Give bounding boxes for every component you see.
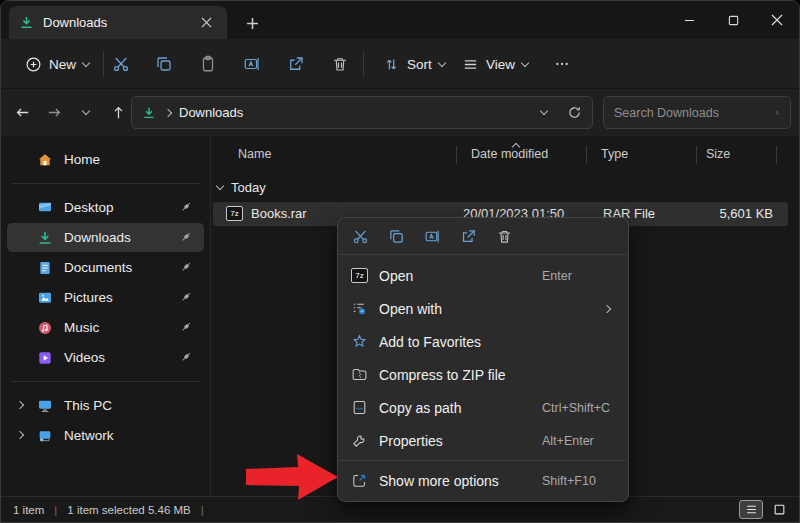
- cut-icon: [112, 55, 130, 73]
- minimize-button[interactable]: [667, 1, 711, 39]
- sidebar-item-network[interactable]: Network: [7, 421, 204, 450]
- paste-button[interactable]: [191, 49, 225, 79]
- breadcrumb-chevron-icon: [164, 108, 172, 116]
- file-size: 5,601 KB: [683, 206, 773, 221]
- annotation-arrow: [246, 452, 340, 502]
- menu-item-properties[interactable]: Properties Alt+Enter: [342, 424, 624, 457]
- rename-button[interactable]: [418, 222, 446, 250]
- downloads-icon: [142, 106, 156, 120]
- item-count: 1 item: [13, 504, 44, 516]
- rename-button[interactable]: [235, 49, 269, 79]
- sidebar-item-documents[interactable]: Documents: [7, 253, 204, 282]
- close-button[interactable]: [755, 1, 799, 39]
- plus-circle-icon: [25, 56, 42, 73]
- menu-item-show-more-options[interactable]: Show more options Shift+F10: [342, 464, 624, 497]
- expand-chevron-icon[interactable]: [16, 401, 24, 409]
- column-divider[interactable]: [696, 146, 697, 164]
- search-icon: [775, 106, 780, 120]
- sidebar-item-desktop[interactable]: Desktop: [7, 193, 204, 222]
- column-header-date-modified[interactable]: Date modified: [471, 147, 548, 161]
- menu-item-compress-to-zip[interactable]: Compress to ZIP file: [342, 358, 624, 391]
- share-button[interactable]: [454, 222, 482, 250]
- sidebar-item-label: This PC: [64, 398, 112, 413]
- search-box[interactable]: [603, 96, 791, 129]
- tab-close-icon[interactable]: [195, 12, 217, 34]
- column-divider[interactable]: [586, 146, 587, 164]
- sort-button[interactable]: Sort: [375, 49, 453, 79]
- menu-item-label: Show more options: [379, 473, 499, 489]
- trash-icon: [496, 228, 513, 245]
- column-header-type[interactable]: Type: [601, 147, 628, 161]
- up-button[interactable]: [103, 98, 133, 128]
- maximize-button[interactable]: [711, 1, 755, 39]
- sidebar-item-label: Pictures: [64, 290, 113, 305]
- menu-divider: [340, 460, 626, 461]
- sort-button-label: Sort: [407, 57, 432, 72]
- wrench-icon: [351, 432, 368, 449]
- sidebar-item-pictures[interactable]: Pictures: [7, 283, 204, 312]
- share-button[interactable]: [279, 49, 313, 79]
- sidebar-item-videos[interactable]: Videos: [7, 343, 204, 372]
- column-headers: Name Date modified Type Size: [211, 141, 799, 169]
- collapse-chevron-icon[interactable]: [216, 182, 224, 190]
- copy-button[interactable]: [382, 222, 410, 250]
- share-icon: [287, 55, 305, 73]
- expand-chevron-icon[interactable]: [16, 431, 24, 439]
- menu-item-open-with[interactable]: Open with: [342, 292, 624, 325]
- sidebar-item-label: Documents: [64, 260, 132, 275]
- menu-item-copy-as-path[interactable]: Copy as path Ctrl+Shift+C: [342, 391, 624, 424]
- search-input[interactable]: [614, 106, 775, 120]
- forward-button[interactable]: [39, 98, 69, 128]
- new-tab-button[interactable]: [239, 11, 265, 35]
- address-dropdown-icon[interactable]: [540, 107, 548, 115]
- cut-button[interactable]: [104, 49, 138, 79]
- breadcrumb-downloads[interactable]: Downloads: [179, 105, 243, 120]
- sidebar-item-downloads[interactable]: Downloads: [7, 223, 204, 252]
- delete-button[interactable]: [323, 49, 357, 79]
- column-header-name[interactable]: Name: [238, 147, 271, 161]
- menu-item-open[interactable]: 7z Open Enter: [342, 259, 624, 292]
- star-icon: [351, 333, 368, 350]
- sidebar-item-this-pc[interactable]: This PC: [7, 391, 204, 420]
- downloads-icon: [19, 15, 34, 30]
- chevron-down-icon: [521, 58, 529, 66]
- copy-icon: [155, 55, 173, 73]
- delete-button[interactable]: [490, 222, 518, 250]
- rar-file-icon: 7z: [351, 268, 368, 283]
- view-button-label: View: [486, 57, 515, 72]
- downloads-icon: [37, 230, 53, 246]
- copy-icon: [388, 228, 405, 245]
- details-view-icon: [745, 503, 758, 516]
- music-icon: [37, 320, 53, 336]
- network-icon: [37, 428, 53, 444]
- column-divider[interactable]: [776, 146, 777, 164]
- desktop-icon: [37, 200, 53, 216]
- copy-button[interactable]: [147, 49, 181, 79]
- cut-button[interactable]: [346, 222, 374, 250]
- tab-downloads[interactable]: Downloads: [9, 6, 227, 39]
- sidebar-item-music[interactable]: Music: [7, 313, 204, 342]
- sidebar-item-home[interactable]: Home: [7, 145, 204, 174]
- zip-folder-icon: [351, 366, 368, 383]
- back-button[interactable]: [7, 98, 37, 128]
- submenu-chevron-icon: [603, 304, 611, 312]
- menu-item-add-to-favorites[interactable]: Add to Favorites: [342, 325, 624, 358]
- large-icons-view-button[interactable]: [767, 500, 791, 519]
- details-view-button[interactable]: [739, 500, 763, 519]
- menu-item-label: Compress to ZIP file: [379, 367, 506, 383]
- recent-locations-button[interactable]: [71, 98, 101, 128]
- large-icons-view-icon: [773, 503, 786, 516]
- pin-icon: [180, 230, 193, 243]
- refresh-icon[interactable]: [567, 105, 582, 120]
- group-header-today[interactable]: Today: [217, 180, 266, 195]
- see-more-button[interactable]: [545, 49, 579, 79]
- column-header-size[interactable]: Size: [706, 147, 730, 161]
- pin-icon: [180, 260, 193, 273]
- new-button[interactable]: New: [17, 49, 97, 79]
- cut-icon: [352, 228, 369, 245]
- column-divider[interactable]: [456, 146, 457, 164]
- titlebar: Downloads: [1, 1, 799, 39]
- rar-file-icon: 7z: [226, 206, 243, 221]
- address-field[interactable]: Downloads: [131, 96, 593, 129]
- view-button[interactable]: View: [454, 49, 536, 79]
